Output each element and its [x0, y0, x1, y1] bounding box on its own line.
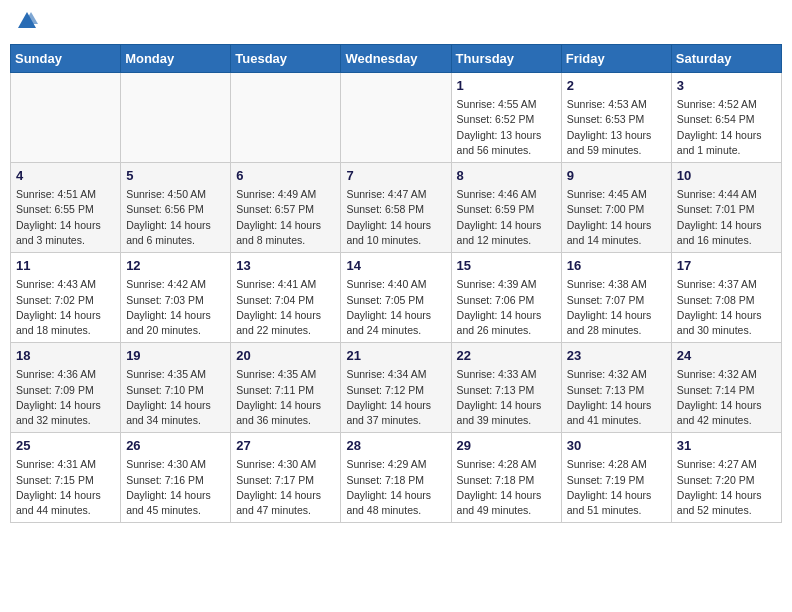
day-info: Sunrise: 4:47 AM Sunset: 6:58 PM Dayligh… — [346, 187, 445, 248]
day-of-week-header: Thursday — [451, 45, 561, 73]
day-info: Sunrise: 4:44 AM Sunset: 7:01 PM Dayligh… — [677, 187, 776, 248]
day-number: 2 — [567, 77, 666, 95]
day-info: Sunrise: 4:32 AM Sunset: 7:14 PM Dayligh… — [677, 367, 776, 428]
calendar-week-row: 1Sunrise: 4:55 AM Sunset: 6:52 PM Daylig… — [11, 73, 782, 163]
calendar-cell: 23Sunrise: 4:32 AM Sunset: 7:13 PM Dayli… — [561, 343, 671, 433]
calendar-cell: 27Sunrise: 4:30 AM Sunset: 7:17 PM Dayli… — [231, 433, 341, 523]
day-number: 22 — [457, 347, 556, 365]
day-number: 1 — [457, 77, 556, 95]
day-number: 17 — [677, 257, 776, 275]
day-info: Sunrise: 4:51 AM Sunset: 6:55 PM Dayligh… — [16, 187, 115, 248]
calendar-cell: 13Sunrise: 4:41 AM Sunset: 7:04 PM Dayli… — [231, 253, 341, 343]
header-row: SundayMondayTuesdayWednesdayThursdayFrid… — [11, 45, 782, 73]
calendar-cell: 24Sunrise: 4:32 AM Sunset: 7:14 PM Dayli… — [671, 343, 781, 433]
day-info: Sunrise: 4:43 AM Sunset: 7:02 PM Dayligh… — [16, 277, 115, 338]
calendar-week-row: 18Sunrise: 4:36 AM Sunset: 7:09 PM Dayli… — [11, 343, 782, 433]
calendar-cell: 30Sunrise: 4:28 AM Sunset: 7:19 PM Dayli… — [561, 433, 671, 523]
day-info: Sunrise: 4:28 AM Sunset: 7:19 PM Dayligh… — [567, 457, 666, 518]
day-info: Sunrise: 4:41 AM Sunset: 7:04 PM Dayligh… — [236, 277, 335, 338]
day-number: 9 — [567, 167, 666, 185]
calendar-cell: 6Sunrise: 4:49 AM Sunset: 6:57 PM Daylig… — [231, 163, 341, 253]
day-info: Sunrise: 4:34 AM Sunset: 7:12 PM Dayligh… — [346, 367, 445, 428]
calendar-cell: 28Sunrise: 4:29 AM Sunset: 7:18 PM Dayli… — [341, 433, 451, 523]
day-info: Sunrise: 4:30 AM Sunset: 7:16 PM Dayligh… — [126, 457, 225, 518]
day-number: 29 — [457, 437, 556, 455]
day-number: 5 — [126, 167, 225, 185]
calendar-cell — [11, 73, 121, 163]
calendar-cell: 5Sunrise: 4:50 AM Sunset: 6:56 PM Daylig… — [121, 163, 231, 253]
day-info: Sunrise: 4:46 AM Sunset: 6:59 PM Dayligh… — [457, 187, 556, 248]
day-info: Sunrise: 4:35 AM Sunset: 7:11 PM Dayligh… — [236, 367, 335, 428]
logo — [14, 10, 38, 36]
day-info: Sunrise: 4:38 AM Sunset: 7:07 PM Dayligh… — [567, 277, 666, 338]
day-of-week-header: Wednesday — [341, 45, 451, 73]
day-info: Sunrise: 4:53 AM Sunset: 6:53 PM Dayligh… — [567, 97, 666, 158]
day-number: 8 — [457, 167, 556, 185]
calendar-cell: 25Sunrise: 4:31 AM Sunset: 7:15 PM Dayli… — [11, 433, 121, 523]
logo-text — [14, 10, 38, 36]
day-number: 19 — [126, 347, 225, 365]
day-of-week-header: Saturday — [671, 45, 781, 73]
day-number: 28 — [346, 437, 445, 455]
calendar-cell: 14Sunrise: 4:40 AM Sunset: 7:05 PM Dayli… — [341, 253, 451, 343]
day-number: 10 — [677, 167, 776, 185]
calendar-table: SundayMondayTuesdayWednesdayThursdayFrid… — [10, 44, 782, 523]
calendar-cell: 20Sunrise: 4:35 AM Sunset: 7:11 PM Dayli… — [231, 343, 341, 433]
calendar-header: SundayMondayTuesdayWednesdayThursdayFrid… — [11, 45, 782, 73]
day-info: Sunrise: 4:52 AM Sunset: 6:54 PM Dayligh… — [677, 97, 776, 158]
day-number: 31 — [677, 437, 776, 455]
day-number: 6 — [236, 167, 335, 185]
calendar-week-row: 25Sunrise: 4:31 AM Sunset: 7:15 PM Dayli… — [11, 433, 782, 523]
day-info: Sunrise: 4:29 AM Sunset: 7:18 PM Dayligh… — [346, 457, 445, 518]
day-info: Sunrise: 4:49 AM Sunset: 6:57 PM Dayligh… — [236, 187, 335, 248]
day-number: 16 — [567, 257, 666, 275]
calendar-cell: 21Sunrise: 4:34 AM Sunset: 7:12 PM Dayli… — [341, 343, 451, 433]
calendar-cell: 22Sunrise: 4:33 AM Sunset: 7:13 PM Dayli… — [451, 343, 561, 433]
day-number: 23 — [567, 347, 666, 365]
calendar-cell: 19Sunrise: 4:35 AM Sunset: 7:10 PM Dayli… — [121, 343, 231, 433]
day-info: Sunrise: 4:37 AM Sunset: 7:08 PM Dayligh… — [677, 277, 776, 338]
day-number: 3 — [677, 77, 776, 95]
calendar-cell: 8Sunrise: 4:46 AM Sunset: 6:59 PM Daylig… — [451, 163, 561, 253]
calendar-cell — [121, 73, 231, 163]
calendar-cell — [231, 73, 341, 163]
calendar-cell: 29Sunrise: 4:28 AM Sunset: 7:18 PM Dayli… — [451, 433, 561, 523]
day-number: 7 — [346, 167, 445, 185]
day-number: 20 — [236, 347, 335, 365]
day-info: Sunrise: 4:36 AM Sunset: 7:09 PM Dayligh… — [16, 367, 115, 428]
day-info: Sunrise: 4:27 AM Sunset: 7:20 PM Dayligh… — [677, 457, 776, 518]
calendar-cell: 11Sunrise: 4:43 AM Sunset: 7:02 PM Dayli… — [11, 253, 121, 343]
day-info: Sunrise: 4:30 AM Sunset: 7:17 PM Dayligh… — [236, 457, 335, 518]
day-info: Sunrise: 4:33 AM Sunset: 7:13 PM Dayligh… — [457, 367, 556, 428]
day-info: Sunrise: 4:45 AM Sunset: 7:00 PM Dayligh… — [567, 187, 666, 248]
day-info: Sunrise: 4:31 AM Sunset: 7:15 PM Dayligh… — [16, 457, 115, 518]
day-number: 18 — [16, 347, 115, 365]
calendar-cell: 16Sunrise: 4:38 AM Sunset: 7:07 PM Dayli… — [561, 253, 671, 343]
day-info: Sunrise: 4:42 AM Sunset: 7:03 PM Dayligh… — [126, 277, 225, 338]
calendar-week-row: 4Sunrise: 4:51 AM Sunset: 6:55 PM Daylig… — [11, 163, 782, 253]
calendar-cell: 15Sunrise: 4:39 AM Sunset: 7:06 PM Dayli… — [451, 253, 561, 343]
day-number: 11 — [16, 257, 115, 275]
calendar-cell: 10Sunrise: 4:44 AM Sunset: 7:01 PM Dayli… — [671, 163, 781, 253]
day-number: 12 — [126, 257, 225, 275]
day-of-week-header: Sunday — [11, 45, 121, 73]
day-number: 14 — [346, 257, 445, 275]
day-info: Sunrise: 4:55 AM Sunset: 6:52 PM Dayligh… — [457, 97, 556, 158]
day-number: 13 — [236, 257, 335, 275]
calendar-cell: 9Sunrise: 4:45 AM Sunset: 7:00 PM Daylig… — [561, 163, 671, 253]
day-number: 21 — [346, 347, 445, 365]
calendar-cell: 7Sunrise: 4:47 AM Sunset: 6:58 PM Daylig… — [341, 163, 451, 253]
calendar-body: 1Sunrise: 4:55 AM Sunset: 6:52 PM Daylig… — [11, 73, 782, 523]
day-info: Sunrise: 4:35 AM Sunset: 7:10 PM Dayligh… — [126, 367, 225, 428]
day-number: 25 — [16, 437, 115, 455]
day-of-week-header: Monday — [121, 45, 231, 73]
calendar-cell: 17Sunrise: 4:37 AM Sunset: 7:08 PM Dayli… — [671, 253, 781, 343]
day-of-week-header: Friday — [561, 45, 671, 73]
day-info: Sunrise: 4:40 AM Sunset: 7:05 PM Dayligh… — [346, 277, 445, 338]
day-info: Sunrise: 4:28 AM Sunset: 7:18 PM Dayligh… — [457, 457, 556, 518]
day-info: Sunrise: 4:50 AM Sunset: 6:56 PM Dayligh… — [126, 187, 225, 248]
calendar-cell: 12Sunrise: 4:42 AM Sunset: 7:03 PM Dayli… — [121, 253, 231, 343]
calendar-cell: 31Sunrise: 4:27 AM Sunset: 7:20 PM Dayli… — [671, 433, 781, 523]
calendar-cell — [341, 73, 451, 163]
day-number: 27 — [236, 437, 335, 455]
